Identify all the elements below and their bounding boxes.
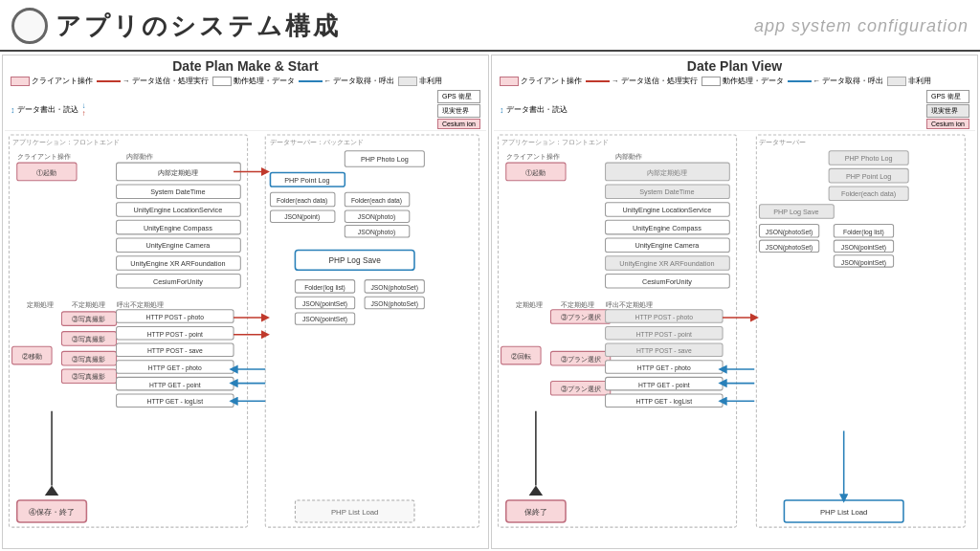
svg-text:CesiumForUnity: CesiumForUnity	[153, 277, 203, 286]
svg-text:定期処理: 定期処理	[516, 300, 543, 309]
svg-text:JSON(pointSet): JSON(pointSet)	[302, 300, 347, 308]
svg-text:不定期処理: 不定期処理	[72, 300, 105, 309]
svg-text:UnityEngine Compass: UnityEngine Compass	[144, 224, 212, 232]
svg-text:PHP Photo Log: PHP Photo Log	[361, 155, 409, 164]
legend-client: クライアント操作	[32, 77, 93, 86]
svg-text:③写真撮影: ③写真撮影	[72, 315, 105, 323]
svg-text:UnityEngine LocationService: UnityEngine LocationService	[134, 206, 223, 214]
svg-text:④保存・終了: ④保存・終了	[29, 507, 75, 517]
svg-text:JSON(photo): JSON(photo)	[358, 213, 395, 221]
right-diagram: アプリケーション：フロントエンド クライアント操作 内部動作 ①起動 内部定期処…	[494, 133, 975, 550]
svg-text:PHP Photo Log: PHP Photo Log	[845, 154, 893, 163]
svg-text:JSON(photoSet): JSON(photoSet)	[371, 284, 418, 292]
svg-text:HTTP POST - photo: HTTP POST - photo	[635, 314, 694, 321]
svg-text:②移動: ②移動	[22, 352, 42, 361]
svg-text:内部定期処理: 内部定期処理	[647, 168, 687, 177]
svg-text:JSON(point): JSON(point)	[284, 213, 320, 221]
svg-text:呼出不定期処理: 呼出不定期処理	[117, 300, 164, 309]
left-panel: Date Plan Make & Start クライアント操作 → データ送信・…	[2, 55, 489, 549]
svg-text:内部動作: 内部動作	[126, 152, 153, 161]
svg-text:UnityEngine Camera: UnityEngine Camera	[145, 241, 211, 250]
title-jp: アプリのシステム構成	[56, 10, 341, 43]
svg-text:クライアント操作: クライアント操作	[506, 152, 560, 161]
svg-text:クライアント操作: クライアント操作	[17, 152, 71, 161]
svg-text:PHP Log Save: PHP Log Save	[329, 255, 382, 265]
svg-text:JSON(pointSet): JSON(pointSet)	[841, 259, 886, 267]
svg-text:③プラン選択: ③プラン選択	[561, 355, 601, 364]
svg-text:JSON(photo): JSON(photo)	[358, 229, 395, 236]
title-en: app system configuration	[754, 16, 969, 36]
svg-text:UnityEngine XR ARFoundation: UnityEngine XR ARFoundation	[130, 259, 225, 268]
svg-text:①起動: ①起動	[36, 168, 56, 177]
svg-text:PHP List Load: PHP List Load	[820, 508, 868, 517]
svg-text:Folder(log list): Folder(log list)	[843, 229, 884, 236]
svg-text:アプリケーション：フロントエンド: アプリケーション：フロントエンド	[501, 138, 609, 146]
svg-text:保終了: 保終了	[524, 508, 547, 517]
svg-text:PHP List Load: PHP List Load	[331, 508, 379, 517]
svg-text:定期処理: 定期処理	[27, 300, 54, 309]
svg-text:HTTP POST - photo: HTTP POST - photo	[146, 314, 205, 321]
svg-text:Folder(each data): Folder(each data)	[277, 197, 327, 205]
svg-text:データサーバー：バックエンド: データサーバー：バックエンド	[270, 138, 364, 146]
svg-text:HTTP GET - logList: HTTP GET - logList	[636, 398, 693, 406]
svg-text:不定期処理: 不定期処理	[561, 300, 594, 309]
svg-text:PHP Log Save: PHP Log Save	[773, 208, 818, 216]
right-panel-title: Date Plan View	[494, 57, 975, 76]
svg-text:HTTP GET - logList: HTTP GET - logList	[147, 398, 204, 406]
svg-text:UnityEngine LocationService: UnityEngine LocationService	[623, 206, 712, 214]
svg-text:データサーバー: データサーバー	[759, 138, 806, 146]
svg-text:HTTP GET - point: HTTP GET - point	[149, 382, 201, 389]
svg-text:HTTP GET - photo: HTTP GET - photo	[148, 364, 202, 372]
svg-text:System DateTime: System DateTime	[639, 187, 694, 196]
left-diagram: アプリケーション：フロントエンド クライアント操作 内部動作 ①起動 内部定期処…	[5, 133, 486, 550]
left-panel-title: Date Plan Make & Start	[5, 57, 486, 76]
svg-text:HTTP POST - save: HTTP POST - save	[636, 347, 692, 354]
svg-text:UnityEngine XR ARFoundation: UnityEngine XR ARFoundation	[619, 259, 714, 268]
svg-text:HTTP POST - point: HTTP POST - point	[636, 331, 692, 339]
svg-text:②回転: ②回転	[511, 352, 531, 361]
svg-text:CesiumForUnity: CesiumForUnity	[642, 277, 692, 286]
svg-text:System DateTime: System DateTime	[150, 187, 205, 196]
svg-marker-47	[45, 486, 59, 496]
svg-text:③写真撮影: ③写真撮影	[72, 372, 105, 381]
svg-text:①起動: ①起動	[525, 168, 546, 177]
svg-text:呼出不定期処理: 呼出不定期処理	[606, 300, 653, 309]
svg-text:UnityEngine Camera: UnityEngine Camera	[635, 241, 700, 250]
svg-text:PHP Point Log: PHP Point Log	[846, 172, 891, 181]
svg-text:HTTP GET - photo: HTTP GET - photo	[637, 364, 691, 372]
right-panel: Date Plan View クライアント操作 → データ送信・処理実行 動作処…	[491, 55, 978, 549]
svg-text:アプリケーション：フロントエンド: アプリケーション：フロントエンド	[12, 138, 120, 146]
svg-text:JSON(pointSet): JSON(pointSet)	[302, 316, 347, 323]
svg-text:HTTP POST - point: HTTP POST - point	[147, 331, 203, 339]
svg-text:JSON(pointSet): JSON(pointSet)	[841, 244, 886, 252]
svg-text:内部定期処理: 内部定期処理	[158, 168, 198, 177]
svg-text:③プラン選択: ③プラン選択	[561, 313, 601, 321]
svg-text:③写真撮影: ③写真撮影	[72, 335, 105, 343]
svg-text:内部動作: 内部動作	[615, 152, 642, 161]
svg-text:Folder(each data): Folder(each data)	[351, 197, 402, 205]
svg-text:HTTP POST - save: HTTP POST - save	[147, 347, 203, 354]
svg-text:PHP Point Log: PHP Point Log	[284, 176, 329, 185]
svg-text:③プラン選択: ③プラン選択	[561, 385, 601, 393]
svg-text:JSON(photoSet): JSON(photoSet)	[766, 229, 813, 236]
svg-text:Folder(each data): Folder(each data)	[841, 189, 896, 198]
svg-text:JSON(photoSet): JSON(photoSet)	[371, 300, 418, 308]
svg-marker-130	[529, 486, 544, 496]
svg-text:UnityEngine Compass: UnityEngine Compass	[633, 224, 702, 232]
svg-text:Folder(log list): Folder(log list)	[304, 284, 345, 292]
svg-text:JSON(photoSet): JSON(photoSet)	[766, 244, 813, 252]
svg-text:③写真撮影: ③写真撮影	[72, 355, 105, 364]
svg-text:HTTP GET - point: HTTP GET - point	[638, 382, 690, 389]
